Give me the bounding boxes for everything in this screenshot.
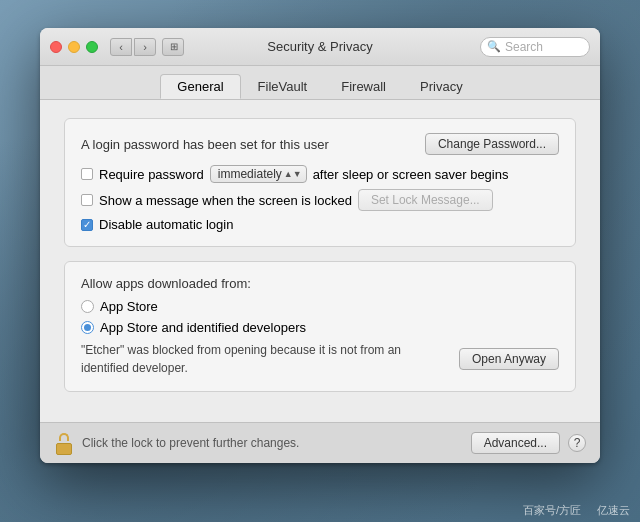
tabbar: General FileVault Firewall Privacy (40, 66, 600, 100)
login-panel: A login password has been set for this u… (64, 118, 576, 247)
search-placeholder: Search (505, 40, 543, 54)
search-container[interactable]: 🔍 Search (480, 37, 590, 57)
blocked-app-row: "Etcher" was blocked from opening becaus… (81, 341, 559, 377)
tab-general[interactable]: General (160, 74, 240, 99)
require-password-select[interactable]: immediately ▲▼ (210, 165, 307, 183)
close-button[interactable] (50, 41, 62, 53)
blocked-app-text: "Etcher" was blocked from opening becaus… (81, 341, 449, 377)
window-title: Security & Privacy (267, 39, 372, 54)
lock-text: Click the lock to prevent further change… (82, 436, 299, 450)
require-password-value: immediately (218, 167, 282, 181)
tab-privacy[interactable]: Privacy (403, 74, 480, 99)
bottom-right: Advanced... ? (471, 432, 586, 454)
app-store-radio[interactable] (81, 300, 94, 313)
login-password-text: A login password has been set for this u… (81, 137, 329, 152)
app-store-row: App Store (81, 299, 559, 314)
minimize-button[interactable] (68, 41, 80, 53)
watermark: 百家号/方匠 亿速云 (0, 503, 640, 518)
lock-icon[interactable] (54, 431, 74, 455)
back-button[interactable]: ‹ (110, 38, 132, 56)
help-button[interactable]: ? (568, 434, 586, 452)
titlebar: ‹ › ⊞ Security & Privacy 🔍 Search (40, 28, 600, 66)
allow-apps-panel: Allow apps downloaded from: App Store Ap… (64, 261, 576, 392)
advanced-button[interactable]: Advanced... (471, 432, 560, 454)
after-sleep-text: after sleep or screen saver begins (313, 167, 509, 182)
grid-button[interactable]: ⊞ (162, 38, 184, 56)
tab-filevault[interactable]: FileVault (241, 74, 325, 99)
disable-autologin-checkbox[interactable]: ✓ (81, 219, 93, 231)
require-password-label: Require password (99, 167, 204, 182)
select-arrow-icon: ▲▼ (284, 170, 302, 179)
lock-body (56, 443, 72, 455)
show-message-row: Show a message when the screen is locked… (81, 189, 559, 211)
allow-apps-label: Allow apps downloaded from: (81, 276, 559, 291)
watermark-text-1: 百家号/方匠 (523, 503, 581, 518)
open-anyway-button[interactable]: Open Anyway (459, 348, 559, 370)
nav-buttons: ‹ › (110, 38, 156, 56)
app-store-identified-radio[interactable] (81, 321, 94, 334)
require-password-row: Require password immediately ▲▼ after sl… (81, 165, 559, 183)
require-password-checkbox[interactable] (81, 168, 93, 180)
system-preferences-window: ‹ › ⊞ Security & Privacy 🔍 Search Genera… (40, 28, 600, 463)
forward-button[interactable]: › (134, 38, 156, 56)
app-store-label: App Store (100, 299, 158, 314)
set-lock-message-button[interactable]: Set Lock Message... (358, 189, 493, 211)
disable-autologin-label: Disable automatic login (99, 217, 233, 232)
disable-autologin-row: ✓ Disable automatic login (81, 217, 559, 232)
change-password-button[interactable]: Change Password... (425, 133, 559, 155)
traffic-lights (50, 41, 98, 53)
search-icon: 🔍 (487, 40, 501, 53)
lock-area: Click the lock to prevent further change… (54, 431, 299, 455)
show-message-label: Show a message when the screen is locked (99, 193, 352, 208)
tab-firewall[interactable]: Firewall (324, 74, 403, 99)
app-store-identified-label: App Store and identified developers (100, 320, 306, 335)
content-area: A login password has been set for this u… (40, 100, 600, 422)
show-message-checkbox[interactable] (81, 194, 93, 206)
login-password-row: A login password has been set for this u… (81, 133, 559, 155)
lock-shackle (59, 433, 69, 441)
bottombar: Click the lock to prevent further change… (40, 422, 600, 463)
app-store-identified-row: App Store and identified developers (81, 320, 559, 335)
maximize-button[interactable] (86, 41, 98, 53)
watermark-text-2: 亿速云 (597, 503, 630, 518)
